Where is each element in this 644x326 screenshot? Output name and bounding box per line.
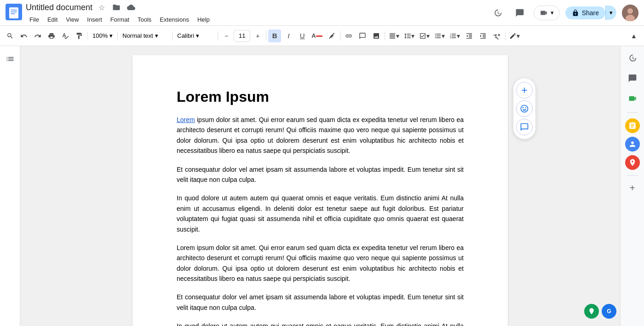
add-sidebar-button[interactable]: + (626, 181, 639, 194)
bold-label: B (272, 32, 277, 40)
text-color-button[interactable]: A (310, 29, 324, 42)
main-content: Lorem Ipsum Lorem ipsum dolor sit amet. … (0, 46, 644, 326)
print-button[interactable] (45, 29, 58, 42)
numbered-list-button[interactable]: ▾ (448, 29, 462, 42)
separator-6 (340, 31, 340, 41)
meet-sidebar-button[interactable] (624, 90, 641, 107)
add-float-button[interactable] (516, 82, 533, 99)
menu-help[interactable]: Help (194, 15, 213, 24)
font-size-input[interactable] (234, 30, 250, 42)
right-sidebar: + (620, 46, 644, 326)
search-button[interactable] (4, 29, 17, 42)
history-button[interactable] (489, 5, 506, 21)
meet-label: ▾ (551, 9, 554, 16)
separator-7 (385, 31, 385, 41)
meet-button[interactable]: ▾ (534, 6, 560, 20)
star-icon[interactable]: ☆ (95, 1, 108, 14)
paragraph-5[interactable]: Et consequatur dolor vel amet ipsam sit … (177, 292, 464, 313)
menu-file[interactable]: File (26, 15, 43, 24)
font-family-select[interactable]: Calibri ▾ (174, 29, 216, 42)
lorem-link[interactable]: Lorem (177, 116, 195, 123)
menu-bar: File Edit View Insert Format Tools Exten… (26, 15, 489, 24)
doc-title-row: Untitled document ☆ (26, 1, 489, 14)
indent-decrease-button[interactable] (463, 29, 476, 42)
bullet-list-button[interactable]: ▾ (432, 29, 447, 42)
comments-button[interactable] (512, 5, 528, 21)
link-button[interactable] (342, 29, 355, 42)
highlight-color-button[interactable] (325, 29, 338, 42)
share-label: Share (582, 9, 599, 17)
doc-page: Lorem Ipsum Lorem ipsum dolor sit amet. … (132, 55, 508, 326)
font-size-increase[interactable]: + (251, 29, 264, 42)
clear-formatting-button[interactable] (490, 29, 503, 42)
underline-button[interactable]: U (296, 29, 309, 42)
cloud-icon[interactable] (125, 1, 138, 14)
paragraph-1[interactable]: Lorem ipsum dolor sit amet. Qui error ea… (177, 115, 464, 156)
left-sidebar (0, 46, 20, 326)
paragraph-6[interactable]: In quod dolore ut autem autem qui quaera… (177, 321, 464, 326)
doc-title[interactable]: Untitled document (26, 3, 92, 12)
editing-mode-button[interactable]: ▾ (507, 29, 522, 42)
outline-toggle-button[interactable] (2, 51, 18, 67)
right-sidebar-divider-2 (627, 175, 638, 176)
svg-rect-3 (11, 12, 17, 12)
spellcheck-button[interactable] (59, 29, 72, 42)
move-icon[interactable] (110, 1, 123, 14)
undo-button[interactable] (17, 29, 30, 42)
zoom-select[interactable]: 100% ▾ (90, 29, 115, 42)
badge-blue[interactable]: G (602, 304, 616, 319)
share-dropdown-button[interactable]: ▾ (605, 6, 616, 20)
font-family-arrow: ▾ (196, 32, 199, 39)
font-family-value: Calibri (177, 32, 194, 39)
text-style-value: Normal text (122, 32, 153, 39)
menu-tools[interactable]: Tools (134, 15, 155, 24)
paragraph-2[interactable]: Et consequatur dolor vel amet ipsam sit … (177, 164, 464, 185)
line-spacing-button[interactable]: ▾ (402, 29, 416, 42)
maps-sidebar-button[interactable] (625, 155, 640, 170)
separator-4 (218, 31, 218, 41)
zoom-arrow: ▾ (109, 32, 113, 39)
bold-button[interactable]: B (268, 29, 281, 42)
paragraph-3[interactable]: In quod dolore ut autem autem qui quaera… (177, 193, 464, 234)
docs-logo (6, 4, 22, 22)
align-button[interactable]: ▾ (387, 29, 401, 42)
bottom-right-badges: G (584, 304, 616, 319)
emoji-float-button[interactable] (516, 100, 533, 117)
separator-8 (505, 31, 506, 41)
paint-button[interactable] (73, 29, 86, 42)
avatar[interactable] (622, 5, 638, 21)
doc-area[interactable]: Lorem Ipsum Lorem ipsum dolor sit amet. … (20, 46, 620, 326)
indent-increase-button[interactable] (477, 29, 489, 42)
svg-rect-1 (9, 7, 18, 18)
separator-2 (117, 31, 118, 41)
italic-button[interactable]: I (282, 29, 295, 42)
doc-heading[interactable]: Lorem Ipsum (177, 88, 464, 105)
menu-insert[interactable]: Insert (83, 15, 106, 24)
svg-rect-2 (11, 10, 17, 11)
menu-edit[interactable]: Edit (44, 15, 61, 24)
chat-sidebar-button[interactable] (624, 70, 641, 87)
redo-button[interactable] (31, 29, 44, 42)
expand-toolbar-button[interactable]: ▲ (627, 29, 640, 42)
comment-button[interactable] (356, 29, 369, 42)
history-sidebar-button[interactable] (624, 50, 641, 66)
menu-extensions[interactable]: Extensions (156, 15, 193, 24)
checklist-button[interactable]: ▾ (417, 29, 431, 42)
text-style-arrow: ▾ (155, 32, 158, 39)
separator-5 (266, 31, 266, 41)
paragraph-4[interactable]: Lorem ipsum dolor sit amet. Qui error ea… (177, 243, 464, 284)
contacts-sidebar-button[interactable] (625, 137, 640, 151)
menu-format[interactable]: Format (107, 15, 133, 24)
font-size-decrease[interactable]: − (220, 29, 233, 42)
comment-float-button[interactable] (516, 119, 533, 135)
badge-green[interactable] (584, 304, 599, 319)
text-style-select[interactable]: Normal text ▾ (120, 29, 170, 42)
notes-sidebar-button[interactable] (625, 118, 640, 133)
paragraph-1-text: ipsum dolor sit amet. Qui error earum se… (177, 116, 464, 154)
image-button[interactable] (370, 29, 383, 42)
menu-view[interactable]: View (62, 15, 82, 24)
share-button[interactable]: Share (565, 6, 605, 19)
svg-point-6 (627, 8, 633, 14)
underline-label: U (300, 32, 305, 40)
float-actions (513, 78, 535, 139)
